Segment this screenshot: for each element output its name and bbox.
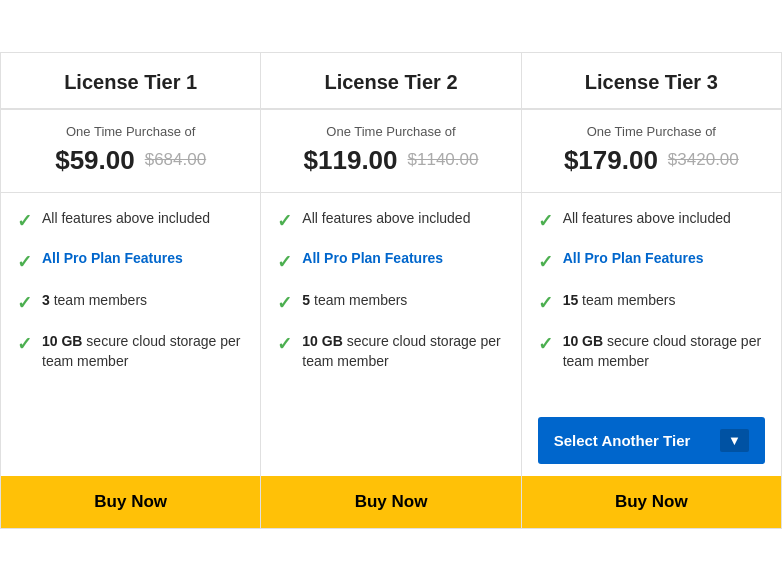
tier-2-price-label: One Time Purchase of [277,124,504,139]
check-icon: ✓ [17,210,32,232]
tier-2-price-row: $119.00 $1140.00 [277,145,504,176]
feature-text: 10 GB secure cloud storage per team memb… [42,332,244,371]
tier-1-feature-1: ✓ All features above included [17,209,244,232]
feature-text: All features above included [42,209,210,229]
tier-2-header: License Tier 2 [261,53,520,110]
feature-text: All features above included [302,209,470,229]
check-icon: ✓ [277,251,292,273]
tier-2-buy-button[interactable]: Buy Now [261,476,520,528]
tier-3-price-section: One Time Purchase of $179.00 $3420.00 [522,110,781,193]
tier-3-price-current: $179.00 [564,145,658,176]
tier-3-feature-4: ✓ 10 GB secure cloud storage per team me… [538,332,765,371]
tier-1-title: License Tier 1 [64,71,197,93]
dropdown-arrow-icon: ▼ [720,429,749,452]
tier-3-feature-3: ✓ 15 team members [538,291,765,314]
tier-3-buy-button[interactable]: Buy Now [522,476,781,528]
feature-text: All features above included [563,209,731,229]
tier-1-feature-4: ✓ 10 GB secure cloud storage per team me… [17,332,244,371]
tier-1-price-original: $684.00 [145,150,206,170]
check-icon: ✓ [277,210,292,232]
tier-1-feature-2: ✓ All Pro Plan Features [17,250,244,273]
select-tier-label: Select Another Tier [554,432,691,449]
feature-text: 3 team members [42,291,147,311]
tier-3-price-label: One Time Purchase of [538,124,765,139]
all-pro-plan-link[interactable]: All Pro Plan Features [302,250,443,266]
tier-2-feature-4: ✓ 10 GB secure cloud storage per team me… [277,332,504,371]
tier-1-features: ✓ All features above included ✓ All Pro … [1,193,260,405]
pricing-container: License Tier 1 One Time Purchase of $59.… [0,52,782,529]
tier-2-feature-2: ✓ All Pro Plan Features [277,250,504,273]
tier-3-feature-2: ✓ All Pro Plan Features [538,250,765,273]
check-icon: ✓ [538,333,553,355]
check-icon: ✓ [277,292,292,314]
all-pro-plan-link[interactable]: All Pro Plan Features [42,250,183,266]
tier-3-select-section: Select Another Tier ▼ [522,405,781,476]
tier-1-price-row: $59.00 $684.00 [17,145,244,176]
check-icon: ✓ [277,333,292,355]
tier-3-card: License Tier 3 One Time Purchase of $179… [522,53,781,528]
tier-2-card: License Tier 2 One Time Purchase of $119… [261,53,521,528]
feature-text: 15 team members [563,291,676,311]
tier-2-feature-1: ✓ All features above included [277,209,504,232]
tier-2-title: License Tier 2 [324,71,457,93]
tier-2-feature-3: ✓ 5 team members [277,291,504,314]
tier-2-price-original: $1140.00 [408,150,479,170]
check-icon: ✓ [538,251,553,273]
check-icon: ✓ [17,292,32,314]
tier-1-header: License Tier 1 [1,53,260,110]
check-icon: ✓ [17,333,32,355]
tier-1-card: License Tier 1 One Time Purchase of $59.… [1,53,261,528]
tier-3-title: License Tier 3 [585,71,718,93]
tier-2-price-section: One Time Purchase of $119.00 $1140.00 [261,110,520,193]
tier-1-price-label: One Time Purchase of [17,124,244,139]
check-icon: ✓ [538,210,553,232]
tier-3-price-original: $3420.00 [668,150,739,170]
tier-2-features: ✓ All features above included ✓ All Pro … [261,193,520,405]
feature-text: 10 GB secure cloud storage per team memb… [563,332,765,371]
tier-3-features: ✓ All features above included ✓ All Pro … [522,193,781,405]
check-icon: ✓ [17,251,32,273]
tier-3-buy-section: Buy Now [522,476,781,528]
tier-3-header: License Tier 3 [522,53,781,110]
all-pro-plan-link[interactable]: All Pro Plan Features [563,250,704,266]
tier-1-price-current: $59.00 [55,145,135,176]
check-icon: ✓ [538,292,553,314]
tier-1-buy-section: Buy Now [1,476,260,528]
select-another-tier-button[interactable]: Select Another Tier ▼ [538,417,765,464]
feature-text: 5 team members [302,291,407,311]
feature-text: 10 GB secure cloud storage per team memb… [302,332,504,371]
tier-3-price-row: $179.00 $3420.00 [538,145,765,176]
tier-2-price-current: $119.00 [304,145,398,176]
tier-1-price-section: One Time Purchase of $59.00 $684.00 [1,110,260,193]
tier-2-buy-section: Buy Now [261,476,520,528]
tier-3-feature-1: ✓ All features above included [538,209,765,232]
tier-1-buy-button[interactable]: Buy Now [1,476,260,528]
tier-1-feature-3: ✓ 3 team members [17,291,244,314]
